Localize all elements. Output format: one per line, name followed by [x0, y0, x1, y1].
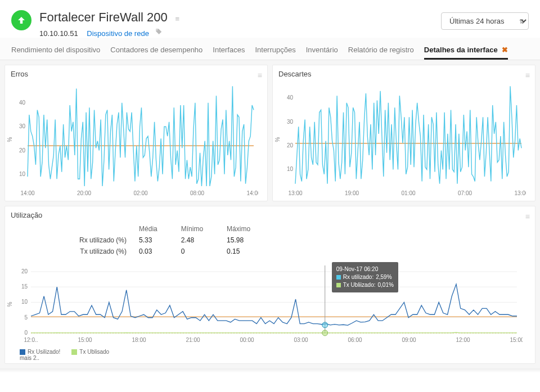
svg-text:30: 30 [19, 123, 26, 129]
svg-text:10: 10 [19, 171, 26, 177]
tab-interrupções[interactable]: Interrupções [255, 46, 295, 60]
panel-discards: Descartes ≡ % 1020304013:0019:0001:0007:… [272, 65, 536, 201]
table-row: Rx utilizado (%) 5.33 2.48 15.98 [79, 235, 273, 245]
chart-errors: 1020304014:0020:0002:0008:0014:00 [11, 80, 258, 199]
svg-text:13:00: 13:00 [514, 190, 526, 196]
svg-text:01:00: 01:00 [401, 190, 415, 196]
row-label: Tx utilizado (%) [79, 246, 138, 256]
svg-text:40: 40 [19, 100, 26, 106]
status-up-icon [11, 10, 32, 30]
tab-interfaces[interactable]: Interfaces [213, 46, 245, 60]
svg-text:08:00: 08:00 [190, 190, 204, 196]
svg-text:30: 30 [287, 119, 294, 125]
tab-detalhes-da-interface[interactable]: Detalhes da interface ✖ [424, 46, 508, 60]
svg-text:12:00: 12:00 [456, 337, 470, 343]
svg-text:03:00: 03:00 [294, 337, 308, 343]
svg-text:40: 40 [287, 94, 294, 101]
tag-icon[interactable] [155, 28, 163, 38]
svg-text:13:00: 13:00 [288, 190, 302, 196]
svg-text:15:00: 15:00 [78, 337, 92, 343]
panel-errors: Erros ≡ % 1020304014:0020:0002:0008:0014… [4, 65, 268, 201]
svg-point-43 [322, 322, 328, 328]
svg-text:00:00: 00:00 [240, 337, 254, 343]
page-title: Fortalecer FireWall 200 [39, 10, 168, 25]
svg-text:20: 20 [287, 142, 294, 148]
tab-close-icon[interactable]: ✖ [500, 46, 508, 54]
svg-text:20: 20 [19, 147, 26, 154]
svg-text:15:00: 15:00 [510, 337, 523, 343]
tab-contadores-de-desempenho[interactable]: Contadores de desempenho [110, 46, 202, 60]
stats-header-min: Mínimo [181, 224, 226, 234]
device-type-link[interactable]: Dispositivo de rede [87, 29, 149, 38]
svg-text:5: 5 [24, 314, 28, 321]
stats-header-mean: Média [139, 224, 180, 234]
panel-discards-title: Descartes [278, 70, 529, 78]
svg-text:07:00: 07:00 [458, 190, 472, 196]
svg-text:14:00: 14:00 [20, 190, 34, 196]
utilization-legend: Rx Usilizado! Tx Ublisado [11, 346, 529, 355]
svg-text:15: 15 [21, 283, 28, 290]
time-range-select-wrap: Últimas 24 horas [441, 12, 529, 30]
legend-item[interactable]: Tx Ublisado [71, 349, 109, 355]
row-label: Rx utilizado (%) [79, 235, 138, 245]
svg-text:18:00: 18:00 [132, 337, 146, 343]
svg-text:20: 20 [21, 268, 28, 274]
svg-text:09:00: 09:00 [402, 337, 416, 343]
panel-discards-menu-icon[interactable]: ≡ [525, 71, 529, 80]
panel-utilization: Utilização ≡ Média Mínimo Máximo Rx util… [4, 206, 536, 364]
svg-text:06:00: 06:00 [348, 337, 362, 343]
content: Erros ≡ % 1020304014:0020:0002:0008:0014… [0, 60, 540, 368]
time-range-select[interactable]: Últimas 24 horas [441, 12, 529, 30]
table-row: Tx utilizado (%) 0.03 0 0.15 [79, 246, 273, 256]
svg-text:0: 0 [24, 330, 28, 336]
ylabel: % [274, 137, 281, 142]
stats-header-max: Máximo [227, 224, 273, 234]
tab-rendimiento-del-dispositivo[interactable]: Rendimiento del dispositivo [11, 46, 100, 60]
svg-text:02:00: 02:00 [133, 190, 147, 196]
chart-discards: 1020304013:0019:0001:0007:0013:00 [278, 80, 526, 199]
panel-errors-title: Erros [11, 70, 262, 78]
panel-utilization-title: Utilização [11, 211, 529, 219]
svg-text:19:00: 19:00 [345, 190, 359, 196]
tab-inventário[interactable]: Inventário [306, 46, 338, 60]
header: Fortalecer FireWall 200 ≡ 10.10.10.51 Di… [0, 0, 540, 38]
legend-more-link[interactable]: mais 2.. [11, 355, 529, 361]
legend-item[interactable]: Rx Usilizado! [20, 349, 60, 355]
svg-text:14:00: 14:00 [246, 190, 258, 196]
ylabel: % [7, 137, 13, 142]
svg-text:20:00: 20:00 [77, 190, 91, 196]
tabs: Rendimiento del dispositivoContadores de… [0, 38, 540, 60]
utilization-stats-table: Média Mínimo Máximo Rx utilizado (%) 5.3… [78, 223, 274, 258]
ylabel: % [7, 302, 13, 307]
chart-utilization: 0510152012:0..15:0018:0021:0000:0003:000… [11, 262, 523, 346]
title-menu-icon[interactable]: ≡ [175, 15, 179, 23]
panel-errors-menu-icon[interactable]: ≡ [258, 71, 262, 80]
svg-text:21:00: 21:00 [186, 337, 200, 343]
panel-utilization-menu-icon[interactable]: ≡ [525, 212, 529, 221]
svg-text:12:0..: 12:0.. [24, 337, 38, 343]
svg-text:10: 10 [287, 166, 294, 172]
tab-relatório-de-registro[interactable]: Relatório de registro [348, 46, 414, 60]
svg-text:10: 10 [21, 299, 28, 305]
device-ip: 10.10.10.51 [39, 29, 78, 38]
svg-point-44 [322, 330, 328, 336]
